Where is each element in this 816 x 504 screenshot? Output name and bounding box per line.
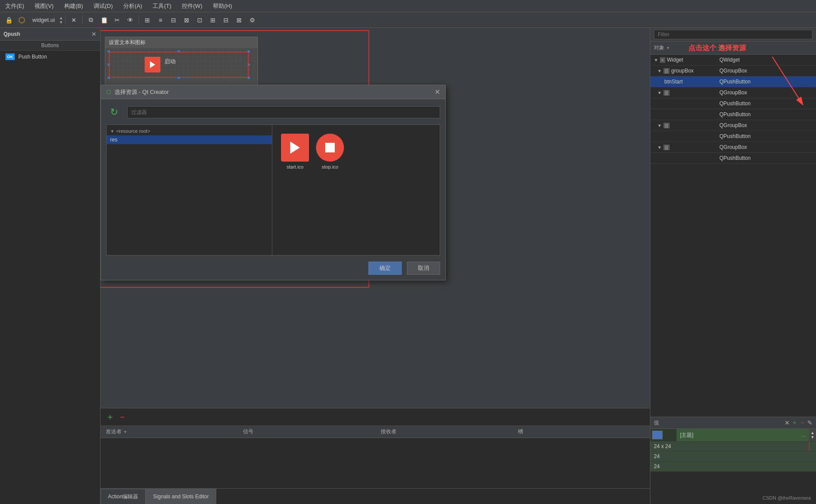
prop-remove-btn[interactable]: － [799, 419, 806, 427]
col-sender: 发送者 ▼ [101, 427, 238, 436]
resource-thumb-start [281, 134, 309, 162]
table-row[interactable]: ▼ ||| QGroupBox [650, 120, 816, 131]
widget-item-pushbutton[interactable]: OK Push Button [0, 51, 100, 63]
expand-icon: ▼ [110, 129, 115, 134]
table-row[interactable]: QPushButton [650, 153, 816, 164]
prop-edit-btn[interactable]: ✎ [807, 419, 813, 426]
menu-view[interactable]: 视图(V) [33, 1, 55, 11]
prop-row-size: 24 x 24 [650, 442, 816, 452]
bottom-tabs: Action编辑器 Signals and Slots Editor [101, 488, 650, 504]
logo-btn[interactable]: ⬡ [16, 14, 28, 26]
layout-btn3[interactable]: ⊟ [167, 14, 180, 26]
obj-cell: ▼ ||| [650, 89, 716, 97]
left-panel-close[interactable]: ✕ [91, 31, 97, 38]
left-panel-title: Qpush [3, 31, 20, 37]
file-tree-panel[interactable]: ▼ <resource root> res [106, 124, 272, 255]
file-switcher[interactable]: ▲▼ [59, 16, 63, 24]
col-class-header: 类 [716, 43, 816, 52]
cut-btn[interactable]: ✂ [111, 14, 123, 26]
menu-file[interactable]: 文件(E) [3, 1, 26, 11]
dialog-body: ↻ ▼ <resource root> res [101, 99, 445, 280]
group-icon3: ||| [663, 123, 670, 128]
prop-scroll-btn[interactable]: ▲▼ [809, 429, 816, 441]
close-btn[interactable]: ✕ [68, 14, 80, 26]
connections-table-body [101, 438, 650, 488]
preview-btn[interactable]: 👁 [124, 14, 136, 26]
menu-tools[interactable]: 工具(T) [151, 1, 173, 11]
layout-btn2[interactable]: ≡ [154, 14, 167, 26]
refresh-btn[interactable]: ↻ [106, 104, 122, 120]
watermark: CSDN @theRavensea [763, 495, 811, 501]
resource-stop-icon [325, 143, 335, 152]
class-cell: QPushButton [716, 78, 816, 86]
table-row[interactable]: QPushButton [650, 98, 816, 109]
menu-analyze[interactable]: 分析(A) [122, 1, 144, 11]
class-cell: QPushButton [716, 100, 816, 107]
main-layout: Qpush ✕ Buttons OK Push Button 设置文本和图标 [0, 28, 816, 504]
object-filter-input[interactable] [654, 30, 813, 39]
layout-btn7[interactable]: ⊟ [220, 14, 232, 26]
menu-debug[interactable]: 调试(D) [92, 1, 115, 11]
copy-btn[interactable]: ⧉ [85, 14, 97, 26]
center-area: 设置文本和图标 启 [101, 28, 650, 504]
table-row[interactable]: btnStart QPushButton [650, 76, 816, 87]
tab-action-editor[interactable]: Action编辑器 [101, 489, 146, 504]
filter-input[interactable] [127, 106, 440, 118]
paste-btn[interactable]: 📋 [98, 14, 110, 26]
prop-size-scroll[interactable] [809, 442, 816, 451]
add-connection-btn[interactable]: ＋ [106, 411, 115, 423]
menu-help[interactable]: 帮助(H) [211, 1, 234, 11]
table-row[interactable]: ▼ ||| QGroupBox [650, 142, 816, 153]
table-row[interactable]: ▼ ||| groupBox QGroupBox [650, 66, 816, 76]
dialog-top-row: ↻ [106, 104, 440, 120]
prop-color-cell [650, 429, 677, 441]
layout-btn5[interactable]: ⊡ [194, 14, 206, 26]
table-row[interactable]: ▼ ≡ Widget QWidget [650, 55, 816, 66]
table-row[interactable]: QPushButton [650, 131, 816, 142]
sort-icon-sender: ▼ [123, 430, 127, 434]
layout-btn9[interactable]: ⚙ [246, 14, 258, 26]
right-table-header: 对象 ▼ 类 [650, 41, 816, 55]
menu-widgets[interactable]: 控件(W) [180, 1, 204, 11]
panel-section-buttons: Buttons [0, 41, 100, 51]
tree-root-item[interactable]: ▼ <resource root> [107, 127, 272, 135]
layout-btn6[interactable]: ⊞ [207, 14, 219, 26]
design-canvas[interactable]: 设置文本和图标 启 [101, 28, 650, 408]
obj-cell: ▼ ||| groupBox [650, 67, 716, 75]
tree-item-res[interactable]: res [107, 135, 272, 144]
tree-item-res-label: res [110, 137, 118, 143]
prop-row-h: 24 [650, 462, 816, 472]
obj-cell [650, 135, 716, 137]
prop-actions: ✕ ＋ － ✎ [785, 419, 813, 427]
expand-icon: ▼ [657, 145, 662, 150]
tab-signals-slots[interactable]: Signals and Slots Editor [146, 489, 216, 504]
group-icon: ||| [663, 68, 670, 74]
class-cell: QGroupBox [716, 143, 816, 151]
col-obj-header: 对象 ▼ [650, 43, 716, 52]
col-slot: 槽 [513, 427, 650, 436]
table-row[interactable]: ▼ ||| QGroupBox [650, 87, 816, 98]
resource-dialog: ⬡ 选择资源 - Qt Creator ✕ ↻ [101, 85, 446, 280]
prop-close-btn[interactable]: ✕ [785, 419, 790, 426]
layout-btn1[interactable]: ⊞ [141, 14, 153, 26]
expand-icon: ▼ [657, 69, 662, 73]
lock-btn[interactable]: 🔒 [3, 14, 15, 26]
resource-item-start[interactable]: start.ico [281, 134, 309, 169]
prop-add-btn[interactable]: ＋ [792, 419, 798, 427]
preview-panel: start.ico stop.ico [272, 124, 440, 255]
table-row[interactable]: QPushButton [650, 109, 816, 120]
layout-btn8[interactable]: ⊠ [233, 14, 245, 26]
resource-item-stop[interactable]: stop.ico [316, 134, 344, 169]
confirm-btn[interactable]: 确定 [368, 262, 402, 275]
prop-value-w: 24 [650, 452, 816, 461]
col-signal: 信号 [238, 427, 375, 436]
remove-connection-btn[interactable]: － [118, 411, 127, 423]
dialog-close-btn[interactable]: ✕ [434, 88, 440, 96]
prop-expand-btn[interactable]: ... [802, 432, 806, 438]
obj-cell: btnStart [650, 78, 716, 86]
resource-play-icon [290, 142, 300, 154]
layout-btn4[interactable]: ⊠ [181, 14, 193, 26]
menu-build[interactable]: 构建(B) [63, 1, 85, 11]
right-filter-bar [650, 28, 816, 41]
cancel-btn[interactable]: 取消 [407, 262, 440, 275]
